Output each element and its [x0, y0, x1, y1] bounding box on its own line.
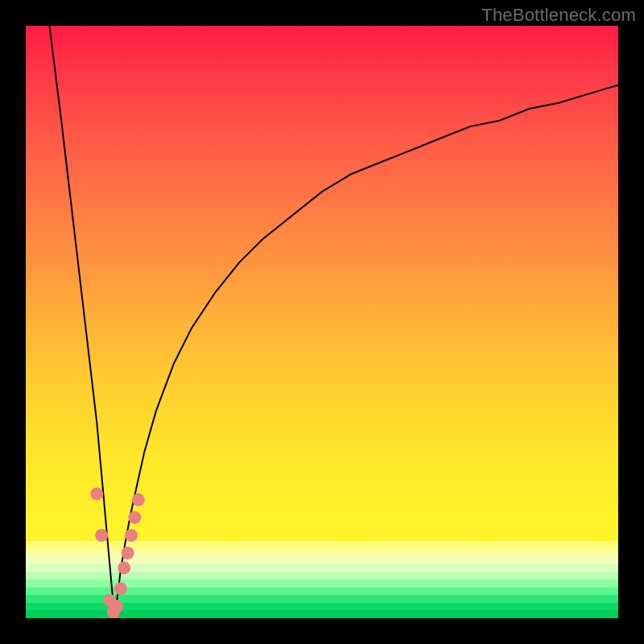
- data-point: [118, 561, 130, 574]
- watermark-text: TheBottleneck.com: [481, 5, 636, 26]
- data-point: [122, 547, 134, 559]
- data-point: [114, 582, 127, 595]
- data-point: [90, 487, 103, 500]
- data-point: [95, 529, 108, 542]
- plot-area: [26, 26, 618, 618]
- data-point: [110, 600, 123, 613]
- outer-frame: TheBottleneck.com: [0, 0, 644, 644]
- bottleneck-curve-right: [114, 85, 618, 618]
- data-point: [128, 511, 141, 524]
- data-point: [132, 493, 145, 506]
- data-point: [125, 529, 138, 542]
- bottleneck-curve-left: [49, 26, 114, 618]
- curve-layer: [26, 26, 618, 618]
